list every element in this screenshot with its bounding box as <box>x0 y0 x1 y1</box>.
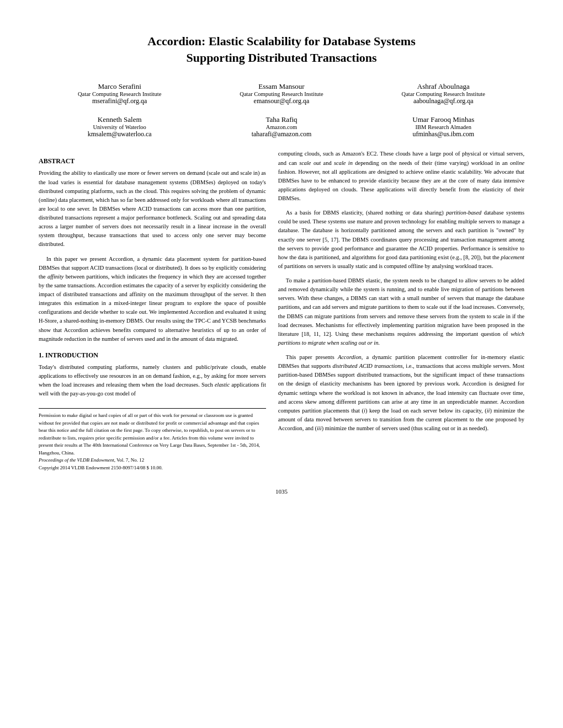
footnote-area: Permission to make digital or hard copie… <box>39 408 266 472</box>
right-para-2: As a basis for DBMS elasticity, (shared … <box>278 208 524 271</box>
author-email-1: mserafini@qf.org.qa <box>39 97 200 105</box>
footnote-line-3: Copyright 2014 VLDB Endowment 2150-8097/… <box>39 464 266 472</box>
title-line2: Supporting Distributed Transactions <box>186 51 376 65</box>
author-email-6: ufminhas@us.ibm.com <box>363 130 524 138</box>
authors-row1: Marco Serafini Qatar Computing Research … <box>39 82 524 105</box>
abstract-heading: ABSTRACT <box>39 157 266 165</box>
author-name-3: Ashraf Aboulnaga <box>363 82 524 91</box>
footnote-line-1: Permission to make digital or hard copie… <box>39 412 266 457</box>
author-rafiq: Taha Rafiq Amazon.com taharafi@amazon.co… <box>200 115 362 138</box>
author-aboulnaga: Ashraf Aboulnaga Qatar Computing Researc… <box>363 82 524 105</box>
author-serafini: Marco Serafini Qatar Computing Research … <box>39 82 200 105</box>
right-para-4: This paper presents Accordion, a dynamic… <box>278 353 524 433</box>
author-minhas: Umar Farooq Minhas IBM Research Almaden … <box>363 115 524 138</box>
body-columns: ABSTRACT Providing the ability to elasti… <box>39 149 524 472</box>
author-affil-2: Qatar Computing Research Institute <box>200 91 362 97</box>
page-title: Accordion: Elastic Scalability for Datab… <box>39 33 524 66</box>
footnote-line-2: Proceedings of the VLDB Endowment, Vol. … <box>39 457 266 464</box>
author-email-3: aaboulnaga@qf.org.qa <box>363 97 524 105</box>
right-column: computing clouds, such as Amazon's EC2. … <box>278 149 524 472</box>
page-number: 1035 <box>39 488 524 495</box>
left-column: ABSTRACT Providing the ability to elasti… <box>39 149 266 472</box>
abstract-para-2: In this paper we present Accordion, a dy… <box>39 255 266 344</box>
author-name-6: Umar Farooq Minhas <box>363 115 524 124</box>
abstract-para-1: Providing the ability to elastically use… <box>39 169 266 249</box>
author-affil-3: Qatar Computing Research Institute <box>363 91 524 97</box>
intro-para-1: Today's distributed computing platforms,… <box>39 363 266 399</box>
authors-row2: Kenneth Salem University of Waterloo kms… <box>39 115 524 138</box>
author-name-1: Marco Serafini <box>39 82 200 91</box>
author-affil-6: IBM Research Almaden <box>363 124 524 130</box>
author-email-4: kmsalem@uwaterloo.ca <box>39 130 200 138</box>
author-name-5: Taha Rafiq <box>200 115 362 124</box>
title-line1: Accordion: Elastic Scalability for Datab… <box>147 34 415 48</box>
right-para-1: computing clouds, such as Amazon's EC2. … <box>278 149 524 203</box>
author-affil-1: Qatar Computing Research Institute <box>39 91 200 97</box>
right-para-3: To make a partition-based DBMS elastic, … <box>278 276 524 347</box>
author-affil-5: Amazon.com <box>200 124 362 130</box>
author-affil-4: University of Waterloo <box>39 124 200 130</box>
author-mansour: Essam Mansour Qatar Computing Research I… <box>200 82 362 105</box>
author-email-5: taharafi@amazon.com <box>200 130 362 138</box>
author-name-4: Kenneth Salem <box>39 115 200 124</box>
author-salem: Kenneth Salem University of Waterloo kms… <box>39 115 200 138</box>
author-email-2: emansour@qf.org.qa <box>200 97 362 105</box>
intro-heading: 1. INTRODUCTION <box>39 351 266 360</box>
author-name-2: Essam Mansour <box>200 82 362 91</box>
